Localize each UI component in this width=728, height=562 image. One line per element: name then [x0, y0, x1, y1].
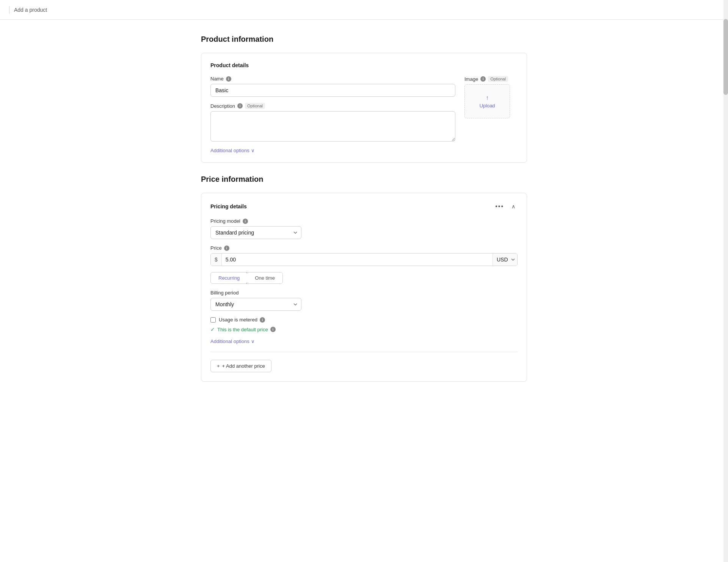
usage-metered-row: Usage is metered i	[210, 317, 518, 323]
page-breadcrumb: Add a product	[14, 7, 47, 13]
pricing-model-group: Pricing model i Standard pricing Package…	[210, 218, 301, 239]
add-price-plus-icon: +	[217, 363, 220, 369]
price-input-wrapper: $ USD EUR GBP CAD	[210, 253, 518, 266]
name-input[interactable]	[210, 84, 455, 97]
billing-type-toggle: Recurring One time	[210, 272, 283, 284]
image-optional-badge: Optional	[488, 76, 508, 82]
pricing-card-header: Pricing details ••• ∧	[210, 202, 518, 211]
name-info-icon[interactable]: i	[226, 76, 231, 82]
price-section-title: Price information	[201, 175, 527, 184]
scrollbar-thumb[interactable]	[723, 19, 728, 95]
image-group: Image i Optional ↑ Upload	[464, 76, 518, 118]
pricing-details-card-title: Pricing details	[210, 203, 247, 209]
default-price-info-icon[interactable]: i	[270, 327, 276, 332]
pricing-details-card: Pricing details ••• ∧ Pricing model i St…	[201, 193, 527, 382]
name-label: Name i	[210, 76, 455, 82]
price-input-col: $ USD EUR GBP CAD	[210, 253, 518, 266]
upload-arrow-icon: ↑	[486, 94, 489, 101]
price-additional-options[interactable]: Additional options ∨	[210, 338, 255, 344]
price-label: Price i	[210, 245, 518, 251]
price-additional-options-chevron-icon: ∨	[251, 338, 255, 344]
pricing-collapse-button[interactable]: ∧	[509, 203, 518, 210]
product-section-title: Product information	[201, 35, 527, 44]
left-col: Name i Description i Optional	[210, 76, 455, 142]
one-time-button[interactable]: One time	[247, 272, 282, 283]
upload-label: Upload	[479, 103, 495, 109]
pricing-model-select[interactable]: Standard pricing Package pricing Graduat…	[210, 226, 301, 239]
scrollbar-track[interactable]	[723, 0, 728, 562]
image-upload-box[interactable]: ↑ Upload	[464, 84, 510, 118]
currency-select[interactable]: USD EUR GBP CAD	[493, 253, 517, 266]
usage-metered-checkbox[interactable]	[210, 317, 216, 323]
price-value-input[interactable]	[222, 253, 493, 266]
name-group: Name i	[210, 76, 455, 97]
description-info-icon[interactable]: i	[237, 103, 243, 109]
pricing-model-label: Pricing model i	[210, 218, 301, 224]
price-section: Price information Pricing details ••• ∧ …	[201, 175, 527, 382]
pricing-model-info-icon[interactable]: i	[243, 219, 248, 224]
recurring-button[interactable]: Recurring	[210, 272, 248, 284]
description-label: Description i Optional	[210, 103, 455, 109]
usage-metered-info-icon[interactable]: i	[260, 317, 265, 323]
price-input-row: $ USD EUR GBP CAD	[210, 253, 518, 266]
price-group: Price i $ USD EUR GBP CAD	[210, 245, 518, 266]
pricing-more-options-button[interactable]: •••	[493, 202, 506, 211]
product-additional-options[interactable]: Additional options ∨	[210, 148, 255, 153]
billing-period-group: Billing period Monthly Weekly Every 3 mo…	[210, 290, 301, 311]
default-price-check-icon: ✓	[210, 326, 215, 332]
header-actions: ••• ∧	[493, 202, 518, 211]
product-details-card: Product details Name i Description	[201, 53, 527, 163]
product-section: Product information Product details Name…	[201, 35, 527, 163]
image-info-icon[interactable]: i	[480, 76, 486, 82]
product-form-row: Name i Description i Optional	[210, 76, 518, 142]
card-divider	[210, 352, 518, 352]
add-another-price-button[interactable]: + + Add another price	[210, 360, 271, 372]
product-details-card-title: Product details	[210, 62, 518, 68]
description-optional-badge: Optional	[245, 103, 265, 109]
top-bar: Add a product	[0, 0, 728, 20]
default-price-row: ✓ This is the default price i	[210, 326, 518, 332]
description-group: Description i Optional	[210, 103, 455, 142]
image-label: Image i Optional	[464, 76, 508, 82]
billing-period-label: Billing period	[210, 290, 301, 296]
main-content: Product information Product details Name…	[193, 20, 535, 424]
billing-period-select[interactable]: Monthly Weekly Every 3 months Every 6 mo…	[210, 298, 301, 311]
usage-metered-label[interactable]: Usage is metered i	[219, 317, 265, 323]
price-info-icon[interactable]: i	[224, 246, 229, 251]
additional-options-chevron-icon: ∨	[251, 148, 255, 153]
price-prefix: $	[211, 253, 222, 266]
top-bar-divider	[9, 6, 9, 14]
description-input[interactable]	[210, 111, 455, 142]
